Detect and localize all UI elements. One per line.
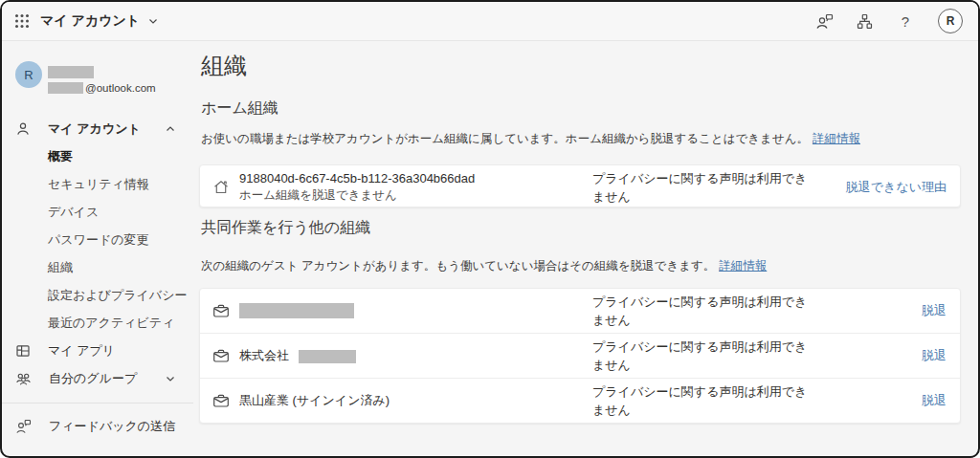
person-icon — [15, 121, 31, 137]
leave-org-link[interactable]: 脱退 — [922, 392, 947, 409]
home-org-note: ホーム組織を脱退できません — [239, 187, 475, 204]
org-row: 黒山産業 (サインイン済み) プライバシーに関する声明は利用できません 脱退 — [200, 378, 960, 423]
waffle-icon — [14, 13, 30, 29]
sidebar-item-security-info[interactable]: セキュリティ情報 — [2, 170, 193, 198]
sidebar-item-label: 概要 — [48, 148, 73, 165]
sidebar-item-label: パスワードの変更 — [48, 231, 149, 249]
redacted-org-name — [299, 350, 356, 363]
sidebar-item-organizations[interactable]: 組織 — [2, 253, 193, 281]
home-icon — [212, 179, 230, 195]
app-title-label: マイ アカウント — [40, 12, 140, 30]
sidebar: R @outlook.com マイ アカウント — [2, 41, 193, 456]
sidebar-nav: マイ アカウント 概要 セキュリティ情報 デバイス パスワードの変更 組織 — [2, 115, 193, 440]
topbar-actions: ? R — [815, 9, 978, 33]
people-icon — [15, 371, 32, 386]
org-chart-icon — [857, 13, 873, 30]
sidebar-item-change-password[interactable]: パスワードの変更 — [2, 226, 193, 253]
redacted-org-name — [239, 303, 354, 318]
other-orgs-details-link[interactable]: 詳細情報 — [719, 259, 767, 273]
privacy-statement-note: プライバシーに関する声明は利用できません — [592, 169, 809, 206]
other-orgs-heading: 共同作業を行う他の組織 — [201, 218, 370, 238]
briefcase-icon — [212, 393, 230, 408]
other-orgs-description: 次の組織のゲスト アカウントがあります。もう働いていない場合はその組織を脱退でき… — [201, 258, 767, 274]
home-org-description-text: お使いの職場または学校アカウントがホーム組織に属しています。ホーム組織から脱退す… — [201, 132, 809, 145]
home-org-heading: ホーム組織 — [201, 98, 278, 119]
briefcase-icon — [212, 303, 230, 318]
redacted-user-name — [48, 66, 94, 78]
feedback-icon — [15, 419, 32, 434]
sidebar-item-overview[interactable]: 概要 — [2, 142, 193, 170]
chevron-down-icon — [147, 15, 159, 27]
sidebar-item-devices[interactable]: デバイス — [2, 198, 193, 226]
sidebar-item-recent-activity[interactable]: 最近のアクティビティ — [2, 309, 193, 337]
org-row: 株式会社 プライバシーに関する声明は利用できません 脱退 — [200, 333, 960, 378]
sidebar-item-label: マイ アプリ — [48, 342, 115, 360]
briefcase-icon — [212, 348, 230, 363]
top-bar: マイ アカウント — [2, 2, 978, 41]
org-row: プライバシーに関する声明は利用できません 脱退 — [200, 289, 960, 333]
privacy-statement-note: プライバシーに関する声明は利用できません — [592, 338, 809, 374]
sidebar-item-label: フィードバックの送信 — [49, 418, 175, 435]
sidebar-item-my-apps[interactable]: マイ アプリ — [2, 337, 193, 364]
sidebar-item-my-account[interactable]: マイ アカウント — [2, 115, 193, 142]
leave-org-link[interactable]: 脱退 — [922, 302, 947, 319]
app-title-dropdown[interactable]: マイ アカウント — [40, 12, 159, 30]
sidebar-item-label: 設定およびプライバシー — [48, 287, 187, 304]
org-name: 黒山産業 (サインイン済み) — [239, 393, 390, 407]
account-avatar[interactable]: R — [938, 9, 963, 33]
person-feedback-icon — [815, 13, 834, 30]
send-feedback-button[interactable] — [815, 13, 834, 30]
chevron-down-icon — [165, 373, 193, 384]
privacy-statement-note: プライバシーに関する声明は利用できません — [592, 382, 809, 419]
sidebar-item-label: デバイス — [48, 204, 99, 221]
leave-org-link[interactable]: 脱退 — [922, 347, 947, 364]
home-org-card: 9188040d-6c67-4c5b-b112-36a304b66dad ホーム… — [199, 164, 961, 207]
sidebar-item-send-feedback[interactable]: フィードバックの送信 — [2, 412, 193, 440]
redacted-email-prefix — [48, 82, 83, 94]
organization-button[interactable] — [857, 13, 873, 30]
home-org-id: 9188040d-6c67-4c5b-b112-36a304b66dad — [239, 171, 475, 185]
sidebar-item-label: 組織 — [48, 259, 73, 276]
user-avatar: R — [15, 61, 42, 88]
sidebar-divider — [2, 403, 193, 403]
app-launcher-button[interactable] — [6, 2, 38, 40]
my-account-window: マイ アカウント — [0, 0, 980, 458]
user-email-suffix: @outlook.com — [85, 82, 156, 94]
home-org-description: お使いの職場または学校アカウントがホーム組織に属しています。ホーム組織から脱退す… — [201, 131, 860, 147]
org-name: 株式会社 — [239, 348, 289, 362]
home-org-details-link[interactable]: 詳細情報 — [813, 132, 860, 145]
help-button[interactable]: ? — [896, 12, 915, 31]
sidebar-item-label: セキュリティ情報 — [48, 176, 149, 193]
page-title: 組織 — [201, 51, 247, 81]
user-info: R @outlook.com — [15, 61, 156, 94]
sidebar-item-label: 最近のアクティビティ — [48, 315, 174, 332]
sidebar-item-label: 自分のグループ — [49, 370, 137, 387]
apps-icon — [15, 343, 31, 359]
sidebar-item-my-groups[interactable]: 自分のグループ — [2, 364, 193, 392]
sidebar-item-label: マイ アカウント — [48, 120, 141, 138]
sidebar-item-settings-privacy[interactable]: 設定およびプライバシー — [2, 281, 193, 309]
home-org-row: 9188040d-6c67-4c5b-b112-36a304b66dad ホーム… — [200, 165, 960, 208]
other-orgs-description-text: 次の組織のゲスト アカウントがあります。もう働いていない場合はその組織を脱退でき… — [201, 259, 715, 273]
privacy-statement-note: プライバシーに関する声明は利用できません — [592, 293, 809, 329]
other-orgs-list: プライバシーに関する声明は利用できません 脱退 株式会社 — [199, 288, 961, 424]
cannot-leave-reason-link[interactable]: 脱退できない理由 — [846, 179, 947, 196]
chevron-up-icon — [165, 123, 193, 135]
